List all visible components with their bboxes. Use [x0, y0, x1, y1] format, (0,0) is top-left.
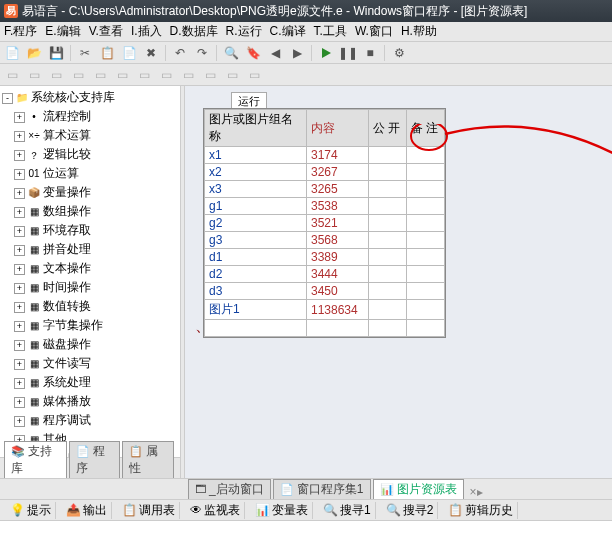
- table-row[interactable]: g13538: [205, 198, 445, 215]
- menu-run[interactable]: R.运行: [222, 21, 266, 42]
- node-icon: ▦: [27, 320, 41, 332]
- col-remark[interactable]: 备 注: [407, 110, 445, 147]
- expand-icon[interactable]: +: [14, 264, 25, 275]
- col-name[interactable]: 图片或图片组名称: [205, 110, 307, 147]
- expand-icon[interactable]: +: [14, 112, 25, 123]
- tree-item[interactable]: +▦磁盘操作: [2, 335, 178, 354]
- table-row[interactable]: g23521: [205, 215, 445, 232]
- expand-icon[interactable]: +: [14, 188, 25, 199]
- expand-icon[interactable]: +: [14, 169, 25, 180]
- tree-item[interactable]: +01位运算: [2, 164, 178, 183]
- redo-icon[interactable]: ↷: [192, 44, 212, 62]
- stop-icon[interactable]: ■: [360, 44, 380, 62]
- menu-database[interactable]: D.数据库: [166, 21, 222, 42]
- col-content[interactable]: 内容: [307, 110, 369, 147]
- next-icon[interactable]: ▶: [287, 44, 307, 62]
- tab-startwindow[interactable]: 🗔 _启动窗口: [188, 479, 271, 499]
- expand-icon[interactable]: +: [14, 397, 25, 408]
- paste-icon[interactable]: 📄: [119, 44, 139, 62]
- table-row[interactable]: d13389: [205, 249, 445, 266]
- table-row[interactable]: x23267: [205, 164, 445, 181]
- copy-icon[interactable]: 📋: [97, 44, 117, 62]
- tree-item[interactable]: +▦程序调试: [2, 411, 178, 430]
- open-icon[interactable]: 📂: [24, 44, 44, 62]
- tree-item[interactable]: +▦时间操作: [2, 278, 178, 297]
- image-resource-table[interactable]: 图片或图片组名称 内容 公 开 备 注 x13174x23267x33265g1…: [203, 108, 446, 338]
- tree-item[interactable]: +▦数组操作: [2, 202, 178, 221]
- menu-help[interactable]: H.帮助: [397, 21, 441, 42]
- output-pane[interactable]: [0, 520, 612, 543]
- compile-icon[interactable]: ⚙: [389, 44, 409, 62]
- menu-tools[interactable]: T.工具: [310, 21, 351, 42]
- pause-icon[interactable]: ❚❚: [338, 44, 358, 62]
- tree-item[interactable]: +▦拼音处理: [2, 240, 178, 259]
- bookmark-icon[interactable]: 🔖: [243, 44, 263, 62]
- node-label: 环境存取: [43, 223, 91, 237]
- run-icon[interactable]: [316, 44, 336, 62]
- new-icon[interactable]: 📄: [2, 44, 22, 62]
- save-icon[interactable]: 💾: [46, 44, 66, 62]
- find-icon[interactable]: 🔍: [221, 44, 241, 62]
- tab-resource[interactable]: 📊 图片资源表: [373, 479, 464, 499]
- tree-item[interactable]: +▦字节集操作: [2, 316, 178, 335]
- expand-icon[interactable]: +: [14, 226, 25, 237]
- expand-icon[interactable]: +: [14, 340, 25, 351]
- delete-icon[interactable]: ✖: [141, 44, 161, 62]
- expand-icon[interactable]: +: [14, 207, 25, 218]
- expand-icon[interactable]: +: [14, 321, 25, 332]
- tree-view[interactable]: -📁系统核心支持库+•流程控制+×÷算术运算+？逻辑比较+01位运算+📦变量操作…: [0, 86, 180, 457]
- menu-file[interactable]: F.程序: [0, 21, 41, 42]
- table-row[interactable]: d33450: [205, 283, 445, 300]
- expand-icon[interactable]: +: [14, 359, 25, 370]
- tree-item[interactable]: +▦文件读写: [2, 354, 178, 373]
- menu-edit[interactable]: E.编辑: [41, 21, 84, 42]
- btab-clip[interactable]: 📋 剪辑历史: [444, 502, 518, 519]
- btab-search1[interactable]: 🔍 搜寻1: [319, 502, 376, 519]
- tab-more-icon[interactable]: ×▸: [470, 485, 483, 499]
- table-row[interactable]: x33265: [205, 181, 445, 198]
- tree-item[interactable]: +▦媒体播放: [2, 392, 178, 411]
- prev-icon[interactable]: ◀: [265, 44, 285, 62]
- node-icon: ▦: [27, 301, 41, 313]
- tree-item[interactable]: +▦文本操作: [2, 259, 178, 278]
- tree-item[interactable]: +•流程控制: [2, 107, 178, 126]
- tab-props[interactable]: 📋 属性: [122, 441, 174, 478]
- btab-search2[interactable]: 🔍 搜寻2: [382, 502, 439, 519]
- tree-item[interactable]: +📦变量操作: [2, 183, 178, 202]
- menu-view[interactable]: V.查看: [85, 21, 127, 42]
- btab-vars[interactable]: 📊 变量表: [251, 502, 313, 519]
- menu-insert[interactable]: I.插入: [127, 21, 166, 42]
- table-row[interactable]: x13174: [205, 147, 445, 164]
- menu-window[interactable]: W.窗口: [351, 21, 397, 42]
- tab-collection[interactable]: 📄 窗口程序集1: [273, 479, 371, 499]
- tab-support[interactable]: 📚 支持库: [4, 441, 67, 478]
- btab-watch[interactable]: 👁 监视表: [186, 502, 245, 519]
- expand-icon[interactable]: +: [14, 131, 25, 142]
- btab-calltable[interactable]: 📋 调用表: [118, 502, 180, 519]
- tree-item[interactable]: -📁系统核心支持库: [2, 88, 178, 107]
- btab-hint[interactable]: 💡 提示: [6, 502, 56, 519]
- tree-item[interactable]: +？逻辑比较: [2, 145, 178, 164]
- expand-icon[interactable]: +: [14, 283, 25, 294]
- tree-item[interactable]: +×÷算术运算: [2, 126, 178, 145]
- expand-icon[interactable]: +: [14, 302, 25, 313]
- undo-icon[interactable]: ↶: [170, 44, 190, 62]
- node-icon: ▦: [27, 206, 41, 218]
- expand-icon[interactable]: +: [14, 245, 25, 256]
- tree-item[interactable]: +▦系统处理: [2, 373, 178, 392]
- expand-icon[interactable]: -: [2, 93, 13, 104]
- tree-item[interactable]: +▦环境存取: [2, 221, 178, 240]
- menu-compile[interactable]: C.编译: [266, 21, 310, 42]
- col-public[interactable]: 公 开: [369, 110, 407, 147]
- cut-icon[interactable]: ✂: [75, 44, 95, 62]
- tree-item[interactable]: +▦数值转换: [2, 297, 178, 316]
- btab-output[interactable]: 📤 输出: [62, 502, 112, 519]
- table-row[interactable]: d23444: [205, 266, 445, 283]
- expand-icon[interactable]: +: [14, 378, 25, 389]
- node-icon: ▦: [27, 396, 41, 408]
- table-row[interactable]: g33568: [205, 232, 445, 249]
- table-row[interactable]: 图片11138634: [205, 300, 445, 320]
- expand-icon[interactable]: +: [14, 416, 25, 427]
- expand-icon[interactable]: +: [14, 150, 25, 161]
- tab-program[interactable]: 📄 程序: [69, 441, 121, 478]
